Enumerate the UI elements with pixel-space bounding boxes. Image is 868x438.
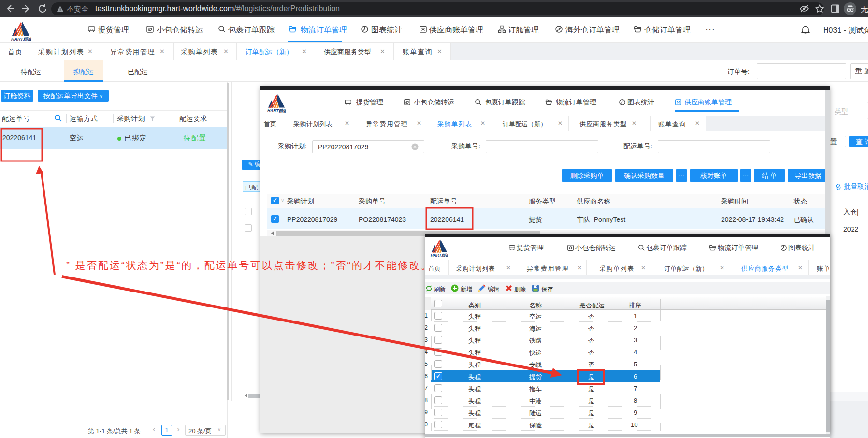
svg-text:HART精诚: HART精诚 <box>11 37 31 41</box>
svg-text:HART精诚: HART精诚 <box>267 108 286 113</box>
svg-text:HART精诚: HART精诚 <box>431 253 448 257</box>
